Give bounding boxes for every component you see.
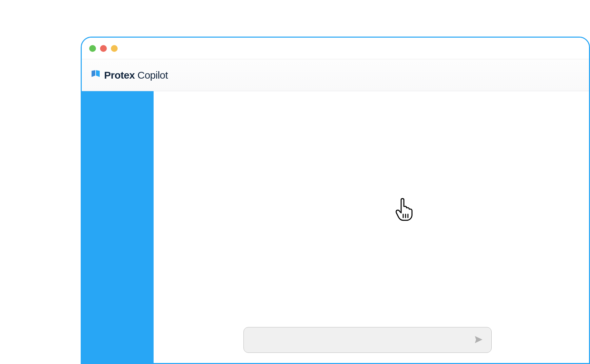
app-body [82,91,589,363]
window-maximize-button[interactable] [111,45,118,52]
sidebar [82,91,154,363]
chat-input-bar [243,327,492,353]
window-titlebar [82,38,589,59]
window-minimize-button[interactable] [100,45,107,52]
app-window: Protex Copilot [81,37,590,364]
app-header: Protex Copilot [82,59,589,91]
send-button[interactable] [472,334,485,346]
protex-logo-icon [91,70,100,80]
window-close-button[interactable] [89,45,96,52]
app-title-product: Copilot [137,69,168,81]
app-logo-wrap: Protex Copilot [91,69,168,81]
app-title-brand: Protex [104,69,135,81]
main-content [154,91,589,363]
pointer-hand-cursor-icon [394,198,414,222]
traffic-lights [89,45,118,52]
app-title: Protex Copilot [104,69,168,81]
chat-input[interactable] [251,337,472,344]
send-icon [474,335,483,345]
